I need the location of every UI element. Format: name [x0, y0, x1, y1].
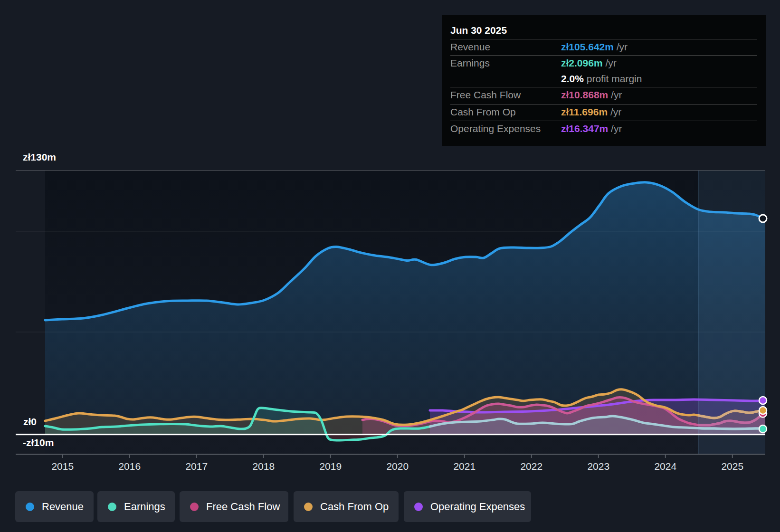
svg-text:zł130m: zł130m	[23, 152, 56, 162]
svg-text:2019: 2019	[319, 461, 342, 472]
svg-text:2017: 2017	[185, 461, 208, 472]
svg-text:2022: 2022	[520, 461, 542, 472]
svg-text:2021: 2021	[453, 461, 476, 472]
svg-text:2024: 2024	[654, 461, 676, 472]
svg-text:2018: 2018	[252, 461, 275, 472]
svg-text:-zł10m: -zł10m	[23, 437, 54, 448]
svg-text:2020: 2020	[386, 461, 409, 472]
svg-text:2015: 2015	[51, 461, 74, 472]
svg-text:zł0: zł0	[23, 416, 37, 427]
svg-text:2025: 2025	[721, 461, 743, 472]
svg-text:2016: 2016	[118, 461, 141, 472]
svg-text:2023: 2023	[587, 461, 609, 472]
